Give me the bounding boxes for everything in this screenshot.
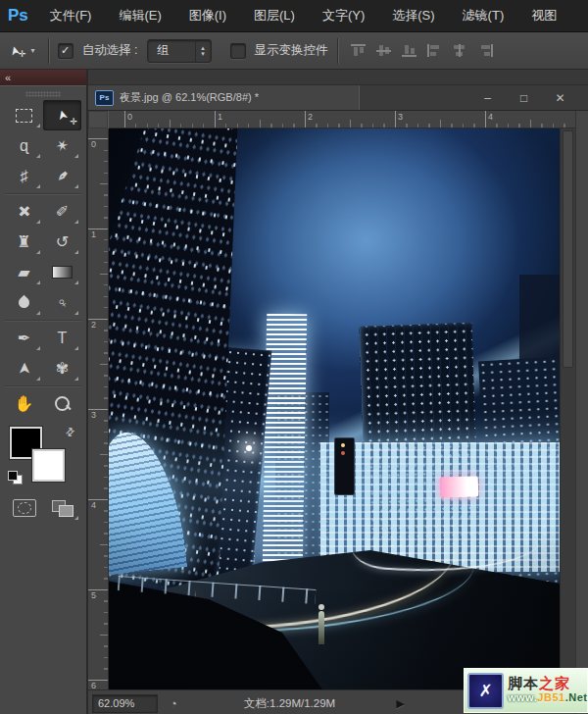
menu-image[interactable]: 图像(I)	[175, 7, 240, 25]
ruler-mark: 3	[398, 112, 403, 122]
toolbar-panel: « ➤ ✛ ɋ ✶ ♯ ✒ ✚ ✐ ♜ ↺ ▰	[0, 70, 86, 714]
align-left-edges-icon[interactable]	[427, 44, 442, 57]
type-tool[interactable]: T	[43, 323, 81, 353]
background-color-swatch[interactable]	[32, 449, 65, 482]
align-bottom-edges-icon[interactable]	[402, 44, 416, 57]
align-top-edges-icon[interactable]	[351, 44, 366, 57]
align-buttons-group	[351, 44, 493, 57]
scrollbar-thumb[interactable]	[563, 130, 573, 368]
screen-mode-button[interactable]	[52, 500, 74, 517]
canvas-row: 0 1 2 3 4 5 6	[88, 128, 575, 689]
auto-select-mode-dropdown[interactable]: 组 ▴ ▾	[147, 39, 212, 63]
brush-icon: ✐	[56, 202, 69, 221]
default-colors-icon[interactable]	[8, 471, 24, 485]
align-horizontal-centers-icon[interactable]	[453, 44, 467, 57]
history-brush-icon: ↺	[56, 232, 69, 251]
horizontal-ruler[interactable]: 0 1 2 3 4 5	[109, 111, 575, 128]
jb51-watermark: ✗ 脚本之家 www.JB51.Net	[464, 668, 588, 713]
dodge-tool[interactable]: ♀	[43, 287, 81, 318]
clone-stamp-tool[interactable]: ♜	[5, 227, 43, 257]
hand-tool[interactable]: ✋	[5, 388, 43, 419]
type-icon: T	[58, 330, 68, 347]
quick-mask-button[interactable]	[13, 499, 36, 517]
menu-layer[interactable]: 图层(L)	[240, 7, 309, 25]
gradient-tool[interactable]	[43, 257, 81, 287]
eraser-icon: ▰	[18, 263, 29, 281]
minimize-button[interactable]: –	[469, 91, 506, 105]
align-vertical-centers-icon[interactable]	[376, 44, 391, 57]
vertical-ruler[interactable]: 0 1 2 3 4 5 6	[88, 128, 109, 689]
menu-select[interactable]: 选择(S)	[378, 7, 448, 25]
site-name-part1: 脚本	[508, 675, 539, 691]
color-swatches: ⇄	[5, 425, 81, 487]
window-controls: – □ ✕	[469, 85, 588, 110]
menu-type[interactable]: 文字(Y)	[309, 7, 378, 25]
close-button[interactable]: ✕	[542, 91, 578, 105]
flyout-triangle	[74, 516, 78, 520]
eraser-tool[interactable]: ▰	[5, 257, 43, 287]
zoom-tool[interactable]	[43, 388, 81, 419]
spot-healing-brush-tool[interactable]: ✚	[5, 196, 43, 227]
divider	[5, 193, 81, 194]
marquee-icon	[16, 109, 32, 123]
toolbar-body: ➤ ✛ ɋ ✶ ♯ ✒ ✚ ✐ ♜ ↺ ▰ ♀ ✒	[0, 85, 86, 714]
vignette	[109, 128, 560, 689]
url-tld: .Net	[565, 691, 588, 703]
crop-tool[interactable]: ♯	[5, 161, 43, 191]
gradient-icon	[52, 266, 73, 279]
eyedropper-tool[interactable]: ✒	[43, 161, 81, 191]
brush-tool[interactable]: ✐	[43, 196, 81, 227]
site-name: 脚本之家	[508, 676, 587, 690]
lasso-tool[interactable]: ɋ	[5, 130, 43, 161]
pen-tool[interactable]: ✒	[5, 323, 43, 353]
eyedropper-icon: ✒	[51, 165, 74, 187]
tool-preset-picker[interactable]: ➤ ✛ ▾	[6, 41, 39, 61]
toolbar-collapse-header[interactable]: «	[0, 70, 86, 85]
panel-grip[interactable]	[25, 91, 61, 97]
file-type-icon: Ps	[95, 90, 114, 106]
site-url: www.JB51.Net	[508, 690, 587, 705]
lasso-icon: ɋ	[20, 137, 28, 155]
canvas-image[interactable]	[109, 128, 560, 689]
document-tab[interactable]: Ps 夜景.jpg @ 62.1%(RGB/8#) *	[88, 85, 360, 110]
pen-icon: ✒	[18, 329, 30, 347]
status-flyout-arrow[interactable]: ▶	[396, 697, 404, 710]
path-selection-tool[interactable]: ➤	[5, 353, 43, 383]
ruler-mark: 2	[308, 112, 313, 122]
photoshop-logo: Ps	[8, 6, 28, 26]
clone-stamp-icon: ♜	[17, 232, 30, 251]
menu-filter[interactable]: 滤镜(T)	[449, 7, 518, 25]
dodge-icon: ♀	[52, 292, 73, 314]
menu-file[interactable]: 文件(F)	[36, 7, 106, 25]
zoom-level-field[interactable]: 62.09%	[92, 694, 158, 713]
rectangular-marquee-tool[interactable]	[5, 100, 43, 130]
auto-select-checkbox[interactable]: ✓	[58, 43, 74, 59]
vertical-scrollbar[interactable]	[560, 128, 575, 689]
ruler-mark: 3	[91, 410, 96, 420]
jb51-logo-icon: ✗	[467, 673, 504, 709]
move-tool[interactable]: ➤ ✛	[43, 100, 81, 130]
history-brush-tool[interactable]: ↺	[43, 227, 81, 257]
ruler-mark: 4	[488, 112, 493, 122]
separator	[48, 38, 49, 64]
magic-wand-tool[interactable]: ✶	[43, 130, 81, 161]
ruler-mark: 0	[127, 112, 132, 122]
custom-shape-tool[interactable]: ✾	[43, 353, 81, 383]
document-body: 0 1 2 3 4 5 0 1 2 3 4 5	[88, 111, 588, 714]
show-transform-checkbox[interactable]	[230, 43, 246, 59]
show-transform-label: 显示变换控件	[255, 42, 328, 59]
swap-colors-icon[interactable]: ⇄	[63, 425, 78, 440]
timing-icon: ◔	[170, 696, 177, 711]
tab-strip	[88, 70, 588, 85]
mode-buttons	[13, 499, 74, 517]
blur-tool[interactable]	[5, 287, 43, 318]
menu-view[interactable]: 视图	[517, 7, 570, 25]
spinner-icon[interactable]: ▴ ▾	[195, 40, 211, 62]
healing-brush-icon: ✚	[13, 200, 35, 223]
ruler-corner[interactable]	[88, 111, 109, 129]
panel-edge	[575, 111, 588, 714]
workspace: « ➤ ✛ ɋ ✶ ♯ ✒ ✚ ✐ ♜ ↺ ▰	[0, 70, 588, 714]
align-right-edges-icon[interactable]	[478, 44, 493, 57]
menu-edit[interactable]: 编辑(E)	[105, 7, 174, 25]
maximize-button[interactable]: □	[506, 91, 542, 105]
